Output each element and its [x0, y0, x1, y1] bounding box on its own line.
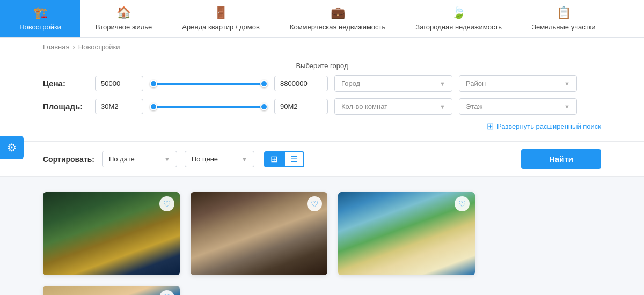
- search-panel: Выберите город Цена: Город ▼ Район ▼ Пло…: [0, 56, 644, 142]
- nav-label-secondary: Вторичное жилье: [96, 23, 152, 31]
- area-thumb-left[interactable]: [150, 103, 157, 110]
- breadcrumb-separator: ›: [72, 43, 75, 51]
- breadcrumb: Главная › Новостройки: [0, 38, 644, 56]
- floor-dropdown[interactable]: Этаж ▼: [459, 98, 577, 115]
- rooms-dropdown-label: Кол-во комнат: [341, 102, 387, 110]
- rooms-dropdown[interactable]: Кол-во комнат ▼: [334, 98, 452, 115]
- listing-card[interactable]: ♡: [43, 192, 180, 275]
- nav-item-land[interactable]: 📋 Земельные участки: [517, 0, 610, 37]
- area-row: Площадь: Кол-во комнат ▼ Этаж ▼: [43, 98, 601, 115]
- commercial-icon: 💼: [331, 6, 345, 20]
- nav-label-rent: Аренда квартир / домов: [182, 23, 260, 31]
- breadcrumb-home[interactable]: Главная: [43, 43, 69, 51]
- nav-item-rent[interactable]: 🚪 Аренда квартир / домов: [167, 0, 275, 37]
- sort-date-label: По дате: [109, 155, 135, 163]
- sort-date-dropdown[interactable]: По дате ▼: [102, 151, 177, 167]
- breadcrumb-current: Новостройки: [78, 43, 120, 51]
- rayon-dropdown[interactable]: Район ▼: [459, 75, 577, 92]
- area-max-input[interactable]: [274, 99, 328, 114]
- settings-sidebar-tab[interactable]: ⚙: [0, 136, 24, 159]
- price-max-input[interactable]: [274, 76, 328, 91]
- view-toggle: ⊞ ☰: [264, 151, 304, 167]
- nav-item-country[interactable]: 🍃 Загородная недвижимость: [400, 0, 517, 37]
- price-label: Цена:: [43, 79, 89, 88]
- land-icon: 📋: [557, 6, 571, 20]
- area-label: Площадь:: [43, 102, 89, 111]
- novostroyki-icon: 🏗️: [33, 6, 48, 20]
- settings-icon: ⚙: [7, 141, 17, 154]
- nav-item-secondary[interactable]: 🏠 Вторичное жилье: [80, 0, 167, 37]
- floor-dropdown-label: Этаж: [466, 102, 482, 110]
- price-slider-track: [150, 83, 268, 85]
- nav-item-novostroyki[interactable]: 🏗️ Новостройки: [0, 0, 80, 37]
- rooms-dropdown-arrow: ▼: [440, 104, 445, 110]
- area-thumb-right[interactable]: [260, 103, 268, 110]
- nav-label-country: Загородная недвижимость: [415, 23, 502, 31]
- nav-label-novostroyki: Новостройки: [19, 23, 61, 31]
- sort-row: Сортировать: По дате ▼ По цене ▼ ⊞ ☰ Най…: [0, 142, 644, 177]
- city-dropdown-label: Город: [341, 79, 360, 87]
- nav-item-commercial[interactable]: 💼 Коммерческая недвижимость: [275, 0, 400, 37]
- grid-view-button[interactable]: ⊞: [264, 151, 284, 167]
- city-select-label: Выберите город: [43, 62, 601, 70]
- city-dropdown-arrow: ▼: [440, 80, 445, 87]
- main-nav: 🏗️ Новостройки 🏠 Вторичное жилье 🚪 Аренд…: [0, 0, 644, 38]
- favorite-button[interactable]: ♡: [159, 290, 174, 295]
- floor-dropdown-arrow: ▼: [564, 104, 570, 110]
- expand-search-link[interactable]: Развернуть расширенный поиск: [497, 122, 601, 130]
- price-range-slider[interactable]: [150, 78, 268, 89]
- nav-label-commercial: Коммерческая недвижимость: [290, 23, 385, 31]
- search-button[interactable]: Найти: [521, 149, 601, 169]
- area-slider-track: [150, 106, 268, 108]
- sort-price-arrow: ▼: [241, 156, 247, 163]
- favorite-button[interactable]: ♡: [455, 196, 470, 211]
- price-thumb-left[interactable]: [150, 80, 157, 87]
- price-row: Цена: Город ▼ Район ▼: [43, 75, 601, 92]
- favorite-button[interactable]: ♡: [307, 196, 322, 211]
- sort-price-label: По цене: [192, 155, 218, 163]
- listing-card[interactable]: ♡: [43, 286, 180, 295]
- listing-image: ♡: [43, 192, 180, 275]
- secondary-icon: 🏠: [116, 6, 131, 20]
- listing-card[interactable]: ♡: [191, 192, 327, 275]
- expand-icon: ⊞: [487, 121, 494, 131]
- sort-label: Сортировать:: [43, 155, 94, 164]
- listings-grid: ♡ ♡ ♡ ♡: [0, 177, 644, 295]
- listing-image: ♡: [191, 192, 327, 275]
- listing-image: ♡: [338, 192, 475, 275]
- area-range-slider[interactable]: [150, 101, 268, 112]
- rayon-dropdown-arrow: ▼: [564, 80, 570, 87]
- nav-label-land: Земельные участки: [532, 23, 595, 31]
- listing-image: ♡: [43, 286, 180, 295]
- favorite-button[interactable]: ♡: [159, 196, 174, 211]
- listing-card[interactable]: ♡: [338, 192, 475, 275]
- area-min-input[interactable]: [95, 99, 143, 114]
- list-view-button[interactable]: ☰: [284, 151, 304, 167]
- expand-search-row: ⊞ Развернуть расширенный поиск: [43, 119, 601, 132]
- city-dropdown[interactable]: Город ▼: [334, 75, 452, 92]
- country-icon: 🍃: [451, 6, 466, 20]
- sort-price-dropdown[interactable]: По цене ▼: [185, 151, 254, 167]
- rayon-dropdown-label: Район: [466, 79, 486, 87]
- rent-icon: 🚪: [214, 6, 228, 20]
- sort-date-arrow: ▼: [164, 156, 170, 163]
- price-min-input[interactable]: [95, 76, 143, 91]
- price-thumb-right[interactable]: [260, 80, 268, 87]
